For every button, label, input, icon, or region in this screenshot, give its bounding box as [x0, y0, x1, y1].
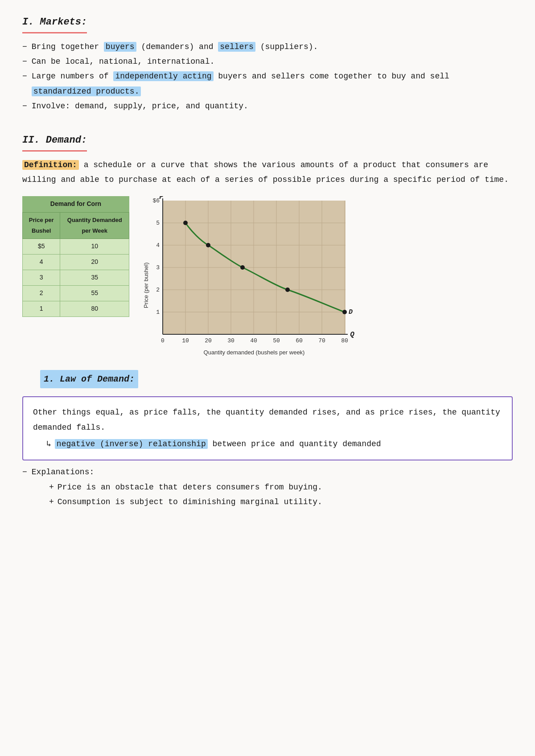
explanation-2-text: Consumption is subject to diminishing ma…	[58, 495, 322, 509]
explanations-header-item: − Explanations:	[22, 465, 513, 480]
chart-svg: P Q $6 5 4 3 2 1 0 10 20 30 40	[143, 196, 361, 357]
bullet-dash: −	[22, 40, 27, 54]
data-point	[183, 221, 188, 225]
law-of-demand-header-container: 1. Law of Demand:	[22, 366, 513, 392]
y-tick-label: 3	[156, 264, 160, 271]
qty-cell: 80	[60, 301, 129, 317]
bullet-dash: −	[22, 465, 27, 480]
bullet-text: Bring together buyers (demanders) and se…	[32, 40, 513, 54]
y-tick-label: 5	[156, 220, 160, 226]
explanations-header-text: Explanations:	[32, 465, 94, 480]
bullet-dash: −	[22, 54, 27, 69]
data-point	[240, 265, 245, 270]
demand-section: II. Demand: Definition: a schedule or a …	[22, 131, 513, 509]
standardized-products-highlight: standardized products.	[32, 86, 141, 96]
table-row: $5 10	[23, 239, 129, 255]
price-cell: 3	[23, 270, 60, 286]
x-tick-label: 80	[341, 337, 348, 344]
qty-cell: 35	[60, 270, 129, 286]
table-row: 3 35	[23, 270, 129, 286]
x-tick-label: 20	[205, 337, 212, 344]
inverse-relationship-highlight: negative (inverse) relationship	[55, 439, 208, 449]
x-tick-label: 0	[161, 337, 165, 344]
data-point	[342, 310, 347, 314]
col-header-qty: Quantity Demandedper Week	[60, 213, 129, 239]
law-of-demand-text-1: Other things equal, as price falls, the …	[33, 405, 502, 435]
explanation-2: + Consumption is subject to diminishing …	[49, 495, 513, 509]
law-of-demand-box: Other things equal, as price falls, the …	[22, 396, 513, 460]
demand-table: Demand for Corn Price perBushel Quantity…	[22, 196, 129, 316]
markets-header: I. Markets:	[22, 13, 87, 33]
table-row: 1 80	[23, 301, 129, 317]
qty-cell: 55	[60, 286, 129, 301]
markets-bullet-3: − Large numbers of independently acting …	[22, 69, 513, 99]
buyers-highlight: buyers	[104, 42, 136, 52]
table-row: 4 20	[23, 255, 129, 270]
y-tick-label: 4	[156, 242, 160, 249]
price-cell: 1	[23, 301, 60, 317]
table-chart-row: Demand for Corn Price perBushel Quantity…	[22, 196, 513, 357]
price-cell: 2	[23, 286, 60, 301]
sellers-highlight: sellers	[218, 42, 255, 52]
x-tick-label: 50	[273, 337, 280, 344]
x-tick-label: 70	[318, 337, 325, 344]
explanation-1: + Price is an obstacle that deters consu…	[49, 480, 513, 495]
qty-cell: 10	[60, 239, 129, 255]
arrow-symbol: ↳	[46, 437, 51, 452]
arrow-indent: ↳ negative (inverse) relationship betwee…	[46, 437, 502, 452]
y-tick-label: 1	[156, 309, 160, 316]
x-tick-label: 40	[250, 337, 257, 344]
col-header-price: Price perBushel	[23, 213, 60, 239]
arrow-text: negative (inverse) relationship between …	[55, 437, 381, 452]
x-axis-title: Quantity demanded (bushels per week)	[204, 349, 305, 356]
x-tick-label: 60	[296, 337, 303, 344]
definition-label: Definition:	[22, 160, 79, 170]
markets-bullet-2: − Can be local, national, international.	[22, 54, 513, 69]
x-axis-label: Q	[350, 331, 354, 339]
curve-label: D	[349, 308, 353, 316]
markets-section: I. Markets: − Bring together buyers (dem…	[22, 13, 513, 114]
page-content: I. Markets: − Bring together buyers (dem…	[22, 13, 513, 509]
table-row: 2 55	[23, 286, 129, 301]
price-cell: 4	[23, 255, 60, 270]
x-tick-label: 10	[182, 337, 189, 344]
demand-chart: P Q $6 5 4 3 2 1 0 10 20 30 40	[143, 196, 513, 357]
independently-acting-highlight: independently acting	[113, 71, 213, 81]
markets-bullet-4: − Involve: demand, supply, price, and qu…	[22, 99, 513, 114]
definition-text: a schedule or a curve that shows the var…	[22, 160, 509, 184]
data-point	[285, 288, 290, 292]
y-tick-label: $6	[152, 197, 160, 204]
table-caption: Demand for Corn	[22, 196, 129, 212]
markets-bullet-1: − Bring together buyers (demanders) and …	[22, 40, 513, 54]
price-cell: $5	[23, 239, 60, 255]
bullet-text: Can be local, national, international.	[32, 54, 513, 69]
y-tick-label: 2	[156, 287, 160, 293]
x-tick-label: 30	[227, 337, 235, 344]
bullet-dash: −	[22, 69, 27, 84]
qty-cell: 20	[60, 255, 129, 270]
sub-bullet-marker: +	[49, 495, 54, 509]
demand-header: II. Demand:	[22, 131, 87, 152]
explanations-section: − Explanations: + Price is an obstacle t…	[22, 465, 513, 509]
y-axis-title: Price (per bushel)	[143, 263, 149, 308]
data-point	[206, 243, 210, 247]
bullet-text: Involve: demand, supply, price, and quan…	[32, 99, 513, 114]
explanation-1-text: Price is an obstacle that deters consume…	[58, 480, 322, 495]
bullet-dash: −	[22, 99, 27, 114]
bullet-text: Large numbers of independently acting bu…	[32, 69, 513, 99]
law-of-demand-header: 1. Law of Demand:	[40, 370, 138, 388]
definition-block: Definition: a schedule or a curve that s…	[22, 158, 513, 188]
y-axis-label: P	[159, 196, 164, 201]
sub-bullet-marker: +	[49, 480, 54, 495]
demand-table-container: Demand for Corn Price perBushel Quantity…	[22, 196, 129, 316]
